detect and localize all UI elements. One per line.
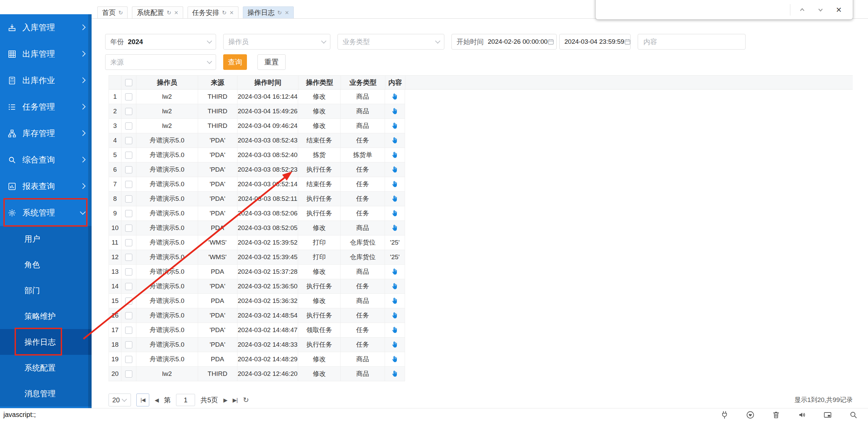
- close-icon[interactable]: ×: [285, 9, 289, 17]
- sidebar-item-task[interactable]: 任务管理: [0, 94, 92, 120]
- tab-operation-log[interactable]: 操作日志 ↻ ×: [243, 6, 294, 18]
- pip-window-icon[interactable]: [823, 410, 832, 419]
- sidebar-item-query[interactable]: 综合查询: [0, 147, 92, 173]
- next-page-button[interactable]: ▶: [223, 397, 227, 403]
- row-checkbox[interactable]: [125, 370, 132, 378]
- calendar-icon[interactable]: [547, 38, 554, 45]
- content-view-hand-icon[interactable]: [391, 151, 399, 159]
- tab-task-schedule[interactable]: 任务安排 ↻ ×: [188, 6, 238, 18]
- row-checkbox[interactable]: [125, 166, 132, 173]
- source-select[interactable]: 来源: [105, 54, 216, 70]
- sidebar-item-outbound[interactable]: 出库管理: [0, 41, 92, 67]
- content-view-hand-icon[interactable]: [391, 180, 399, 188]
- row-checkbox[interactable]: [125, 312, 132, 319]
- sidebar-item-inbound[interactable]: 入库管理: [0, 14, 92, 41]
- business-type-select[interactable]: 业务类型: [337, 34, 444, 50]
- tab-home[interactable]: 首页 ↻: [97, 6, 128, 18]
- cell-time: 2024-03-02 15:37:28: [237, 265, 298, 279]
- content-filter-input[interactable]: [643, 38, 740, 46]
- sidebar-item-users[interactable]: 用户: [0, 226, 92, 252]
- content-view-hand-icon[interactable]: [391, 326, 399, 334]
- query-button[interactable]: 查询: [223, 54, 247, 70]
- sidebar-item-strategy[interactable]: 策略维护: [0, 303, 92, 329]
- start-time-picker[interactable]: 开始时间 2024-02-26 00:00:00: [451, 34, 557, 50]
- row-checkbox[interactable]: [125, 152, 132, 159]
- refresh-icon[interactable]: ↻: [277, 9, 282, 16]
- app-window: 首页 ↻ 系统配置 ↻ × 任务安排 ↻ × 操作日志 ↻ ×: [0, 0, 868, 421]
- content-view-hand-icon[interactable]: [391, 283, 399, 290]
- row-checkbox[interactable]: [125, 210, 132, 217]
- row-checkbox[interactable]: [125, 137, 132, 144]
- content-view-hand-icon[interactable]: [391, 356, 399, 363]
- plug-icon[interactable]: [720, 410, 729, 419]
- row-checkbox[interactable]: [125, 93, 132, 100]
- sidebar-item-outbound-ops[interactable]: 出库作业: [0, 67, 92, 94]
- row-checkbox[interactable]: [125, 356, 132, 363]
- content-view-hand-icon[interactable]: [391, 312, 399, 319]
- find-close-icon[interactable]: ×: [830, 5, 848, 15]
- content-view-hand-icon[interactable]: [391, 210, 399, 217]
- content-view-hand-icon[interactable]: [391, 122, 399, 130]
- prev-page-button[interactable]: ◀: [155, 397, 158, 403]
- row-checkbox[interactable]: [125, 239, 132, 246]
- speaker-icon[interactable]: [797, 410, 806, 419]
- content-view-hand-icon[interactable]: [391, 195, 399, 203]
- sidebar-item-messages[interactable]: 消息管理: [0, 381, 92, 406]
- select-all-checkbox[interactable]: [125, 79, 132, 86]
- row-checkbox[interactable]: [125, 341, 132, 348]
- content-view-hand-icon[interactable]: [391, 108, 399, 115]
- page-size-select[interactable]: 20: [109, 394, 131, 406]
- sidebar-item-system[interactable]: 系统管理: [0, 199, 92, 226]
- chevron-down-icon: [207, 59, 212, 64]
- refresh-icon[interactable]: ↻: [167, 9, 171, 16]
- content-view-hand-icon[interactable]: [391, 224, 399, 232]
- page-number-input[interactable]: [176, 394, 195, 406]
- sidebar-item-operation-log[interactable]: 操作日志: [0, 329, 92, 355]
- first-page-button[interactable]: |◀: [136, 394, 149, 406]
- row-checkbox[interactable]: [125, 108, 132, 115]
- find-input[interactable]: [601, 3, 790, 17]
- row-checkbox[interactable]: [125, 195, 132, 203]
- sidebar-item-departments[interactable]: 部门: [0, 278, 92, 303]
- reload-icon[interactable]: ↻: [243, 396, 249, 404]
- chevron-right-icon: [80, 77, 86, 83]
- calendar-icon[interactable]: [624, 38, 631, 45]
- last-page-button[interactable]: ▶|: [233, 397, 237, 403]
- content-view-hand-icon[interactable]: [391, 341, 399, 348]
- content-view-hand-icon[interactable]: [391, 137, 399, 144]
- operator-select[interactable]: 操作员: [223, 34, 330, 50]
- row-checkbox[interactable]: [125, 283, 132, 290]
- magnifier-icon[interactable]: [849, 410, 858, 419]
- tab-label: 首页: [102, 8, 116, 17]
- close-icon[interactable]: ×: [174, 9, 178, 17]
- row-checkbox[interactable]: [125, 181, 132, 188]
- close-icon[interactable]: ×: [230, 9, 234, 17]
- sidebar-item-report[interactable]: 报表查询: [0, 173, 92, 199]
- row-checkbox[interactable]: [125, 254, 132, 261]
- cell-operator: 舟谱演示5.0: [136, 162, 198, 177]
- year-select[interactable]: 年份 2024: [105, 34, 216, 50]
- trash-icon[interactable]: [772, 410, 780, 419]
- sidebar-item-system-config[interactable]: 系统配置: [0, 355, 92, 381]
- content-view-hand-icon[interactable]: [391, 93, 399, 100]
- row-checkbox[interactable]: [125, 122, 132, 130]
- heart-bubble-icon[interactable]: [746, 410, 755, 419]
- refresh-icon[interactable]: ↻: [118, 9, 123, 16]
- row-checkbox[interactable]: [125, 268, 132, 275]
- sidebar-item-inventory[interactable]: 库存管理: [0, 120, 92, 147]
- sidebar-scrollbar[interactable]: [88, 14, 92, 408]
- chevron-up-icon[interactable]: [793, 6, 811, 14]
- row-checkbox[interactable]: [125, 298, 132, 305]
- content-view-hand-icon[interactable]: [391, 370, 399, 378]
- reset-button[interactable]: 重置: [257, 54, 286, 70]
- content-view-hand-icon[interactable]: [391, 297, 399, 305]
- tab-system-config[interactable]: 系统配置 ↻ ×: [132, 6, 183, 18]
- refresh-icon[interactable]: ↻: [222, 9, 227, 16]
- content-view-hand-icon[interactable]: [391, 166, 399, 173]
- content-view-hand-icon[interactable]: [391, 268, 399, 275]
- end-time-picker[interactable]: 2024-03-04 23:59:59: [559, 34, 631, 50]
- chevron-down-icon[interactable]: [811, 6, 830, 14]
- row-checkbox[interactable]: [125, 225, 132, 232]
- sidebar-item-roles[interactable]: 角色: [0, 252, 92, 278]
- row-checkbox[interactable]: [125, 327, 132, 334]
